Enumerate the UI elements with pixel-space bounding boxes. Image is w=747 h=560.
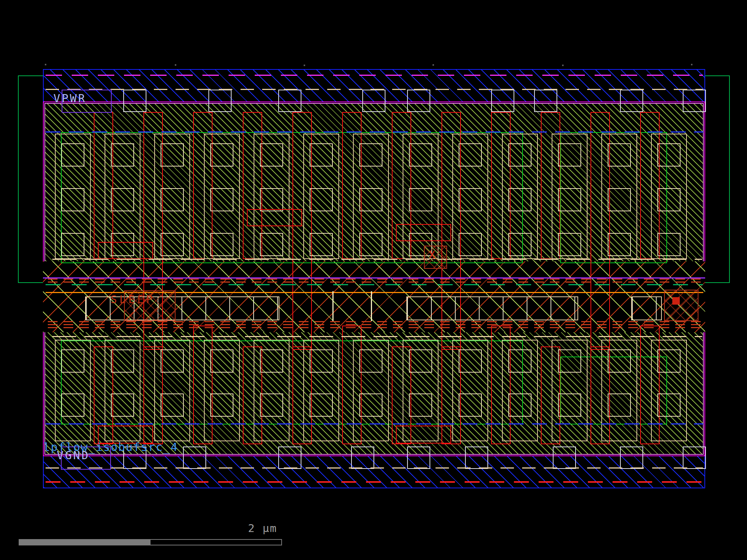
mcon-via [208, 90, 232, 112]
scale-bar-filled-half [19, 540, 151, 545]
contact-square [459, 143, 482, 167]
li1-dashed-mid-lower [52, 336, 702, 337]
contact-square [61, 393, 84, 417]
contact-square [359, 233, 382, 256]
contact-square [310, 143, 333, 167]
contact-square [558, 233, 581, 256]
contact-square [608, 143, 631, 167]
contact-square [558, 143, 581, 167]
contact-square [508, 393, 531, 417]
contact-square [558, 393, 581, 417]
mcon-via [407, 90, 430, 112]
contact-square [111, 349, 134, 373]
contact-square [260, 393, 283, 417]
contact-square [161, 393, 184, 417]
contact-square [111, 393, 134, 417]
contact-square [359, 349, 382, 373]
mcon-via [620, 90, 643, 112]
sleep-pin-label: SLEEP [111, 293, 155, 306]
contact-square [508, 349, 531, 373]
contact-square [657, 188, 681, 211]
contact-square [657, 393, 681, 417]
mcon-via [278, 447, 301, 469]
poly-contact-divider [371, 291, 372, 321]
contact-square [409, 188, 432, 211]
scale-bar [19, 539, 282, 545]
vpwr-label: VPWR [53, 92, 86, 105]
contact-square [459, 393, 482, 417]
contact-square [657, 233, 681, 256]
violet-rule [43, 277, 705, 279]
tap-dash-row [48, 321, 704, 322]
contact-square [61, 188, 84, 211]
contact-square [310, 349, 333, 373]
contact-square [409, 349, 432, 373]
device-array [0, 0, 747, 560]
contact-square [459, 188, 482, 211]
mcon-via [534, 90, 557, 112]
contact-square [161, 143, 184, 167]
mcon-via [183, 447, 206, 469]
contact-square [459, 233, 482, 256]
mcon-via [683, 90, 706, 112]
tap-dash-row [48, 279, 704, 280]
mcon-via [465, 447, 488, 469]
met-edge-dashed-top [46, 131, 703, 133]
mcon-via [553, 447, 576, 469]
contact-square [61, 143, 84, 167]
mcon-via [407, 447, 430, 469]
contact-square [409, 393, 432, 417]
contact-square [657, 349, 681, 373]
mcon-via [278, 90, 301, 112]
cell-name-label: lpflow_isobufsrc_4 [43, 441, 178, 454]
contact-square [310, 188, 333, 211]
contact-square [210, 393, 233, 417]
contact-square [409, 143, 432, 167]
ruler-tick [175, 64, 176, 66]
contact-square [459, 349, 482, 373]
poly-hook [396, 426, 451, 444]
poly-hook [247, 209, 302, 226]
contact-square [310, 233, 333, 256]
contact-square [657, 143, 681, 167]
contact-square [111, 143, 134, 167]
contact-square [310, 393, 333, 417]
contact-square [260, 349, 283, 373]
ruler-tick [433, 64, 434, 66]
poly-hook [396, 224, 451, 241]
contact-square [558, 349, 581, 373]
layout-canvas[interactable]: VPWR VGND lpflow_isobufsrc_4 SLEEP X 2 µ… [0, 0, 747, 560]
contact-square [260, 233, 283, 256]
contact-square [210, 233, 233, 256]
contact-square [558, 188, 581, 211]
mcon-via [362, 90, 385, 112]
mcon-via [123, 90, 146, 112]
contact-square [508, 233, 531, 256]
pin-square [672, 297, 680, 305]
contact-square [608, 233, 631, 256]
poly-contact-divider [332, 291, 334, 321]
ruler-tick [45, 64, 46, 65]
li1-dashed-edge-bottom [46, 467, 703, 469]
li1-contact-bar [631, 296, 662, 320]
contact-square [210, 143, 233, 167]
contact-square [608, 349, 631, 373]
poly-hook [98, 242, 153, 259]
tap-pin-box [664, 290, 698, 321]
li1-dashed-mid-upper [52, 259, 702, 260]
contact-square [359, 188, 382, 211]
mcon-via [491, 90, 514, 112]
contact-square [260, 188, 283, 211]
mcon-via [620, 447, 643, 469]
red-dashed-rule [46, 481, 703, 483]
mcon-via [351, 447, 374, 469]
contact-square [210, 188, 233, 211]
green-dashed-rule [46, 284, 703, 285]
li1-dashed-edge-top [46, 89, 703, 90]
ruler-tick [562, 65, 564, 66]
scale-bar-label: 2 µm [248, 522, 277, 535]
contact-square [359, 393, 382, 417]
contact-square [508, 143, 531, 167]
contact-square [161, 233, 184, 256]
contact-square [61, 233, 84, 256]
